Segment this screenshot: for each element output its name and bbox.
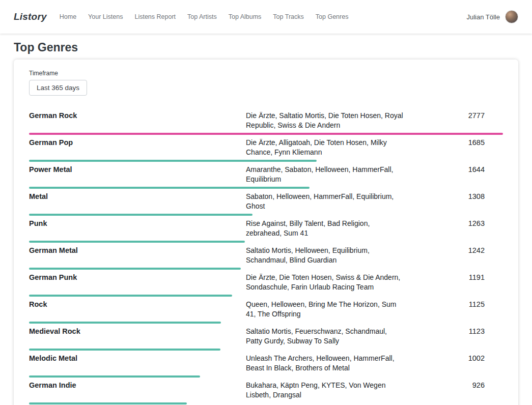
genre-top-artists: Amaranthe, Sabaton, Helloween, HammerFal… [246, 165, 404, 184]
genre-row: Power MetalAmaranthe, Sabaton, Helloween… [29, 162, 503, 189]
genre-count: 1685 [404, 138, 503, 148]
genre-row: German PopDie Ärzte, Alligatoah, Die Tot… [29, 135, 503, 162]
genre-name: Rock [29, 300, 246, 309]
genre-row: Melodic MetalUnleash The Archers, Hellow… [29, 351, 503, 378]
genre-top-artists: Die Ärzte, Alligatoah, Die Toten Hosen, … [246, 138, 404, 157]
genre-name: German Punk [29, 273, 246, 282]
brand-logo[interactable]: Listory [14, 11, 47, 22]
nav-item-top-artists[interactable]: Top Artists [187, 13, 217, 20]
genre-row: German RockDie Ärzte, Saltatio Mortis, D… [29, 108, 503, 135]
genre-name: Melodic Metal [29, 354, 246, 363]
top-genres-card: Timeframe Last 365 days German RockDie Ä… [14, 60, 518, 405]
genre-count: 926 [404, 381, 503, 390]
user-name[interactable]: Julian Tölle [466, 13, 500, 21]
top-navbar: Listory HomeYour ListensListens ReportTo… [0, 0, 532, 34]
genre-row: German PunkDie Ärzte, Die Toten Hosen, S… [29, 270, 503, 297]
genre-top-artists: Rise Against, Billy Talent, Bad Religion… [246, 219, 404, 238]
genre-name: German Indie [29, 381, 246, 390]
genre-row: Medieval RockSaltatio Mortis, Feuerschwa… [29, 324, 503, 351]
genre-top-artists: Queen, Helloween, Bring Me The Horizon, … [246, 300, 404, 319]
page-title: Top Genres [14, 41, 518, 54]
genre-row: RockQueen, Helloween, Bring Me The Horiz… [29, 297, 503, 324]
genre-top-artists: Saltatio Mortis, Feuerschwanz, Schandmau… [246, 327, 404, 346]
genre-top-artists: Unleash The Archers, Helloween, HammerFa… [246, 354, 404, 373]
genre-top-artists: Saltatio Mortis, Helloween, Equilibrium,… [246, 246, 404, 265]
genre-count: 1002 [404, 354, 503, 363]
nav-item-top-albums[interactable]: Top Albums [229, 13, 262, 20]
genre-count: 1644 [404, 165, 503, 175]
nav-item-top-genres[interactable]: Top Genres [316, 13, 349, 20]
genre-name: Medieval Rock [29, 327, 246, 336]
nav-item-your-listens[interactable]: Your Listens [88, 13, 123, 20]
nav-item-listens-report[interactable]: Listens Report [134, 13, 176, 20]
genre-name: Punk [29, 219, 246, 228]
timeframe-label: Timeframe [29, 70, 503, 77]
genre-count: 1263 [404, 219, 503, 228]
genre-row: German MetalSaltatio Mortis, Helloween, … [29, 243, 503, 270]
genre-name: Power Metal [29, 165, 246, 175]
genre-count: 1123 [404, 327, 503, 336]
genre-count: 1308 [404, 192, 503, 201]
user-avatar[interactable] [505, 10, 518, 23]
genre-name: Metal [29, 192, 246, 201]
nav-item-home[interactable]: Home [60, 13, 76, 20]
genre-name: German Rock [29, 111, 246, 121]
genre-count: 2777 [404, 111, 503, 121]
genre-count: 1125 [404, 300, 503, 309]
timeframe-select[interactable]: Last 365 days [29, 80, 87, 96]
genre-count: 1242 [404, 246, 503, 255]
nav-links: HomeYour ListensListens ReportTop Artist… [60, 13, 360, 20]
nav-item-top-tracks[interactable]: Top Tracks [273, 13, 303, 20]
genre-row: German IndieBukahara, Käptn Peng, KYTES,… [29, 378, 503, 404]
genre-name: German Metal [29, 246, 246, 255]
genre-top-artists: Bukahara, Käptn Peng, KYTES, Von Wegen L… [246, 381, 404, 400]
genre-count: 1191 [404, 273, 503, 282]
genre-top-artists: Die Ärzte, Die Toten Hosen, Swiss & Die … [246, 273, 404, 292]
genre-row: PunkRise Against, Billy Talent, Bad Reli… [29, 216, 503, 243]
genre-row: MetalSabaton, Helloween, HammerFall, Equ… [29, 189, 503, 216]
genre-table-body: German RockDie Ärzte, Saltatio Mortis, D… [29, 108, 503, 404]
genre-bar [29, 402, 187, 404]
genre-top-artists: Die Ärzte, Saltatio Mortis, Die Toten Ho… [246, 111, 404, 130]
genre-name: German Pop [29, 138, 246, 148]
genre-top-artists: Sabaton, Helloween, HammerFall, Equilibr… [246, 192, 404, 211]
user-menu[interactable]: Julian Tölle [466, 10, 518, 23]
